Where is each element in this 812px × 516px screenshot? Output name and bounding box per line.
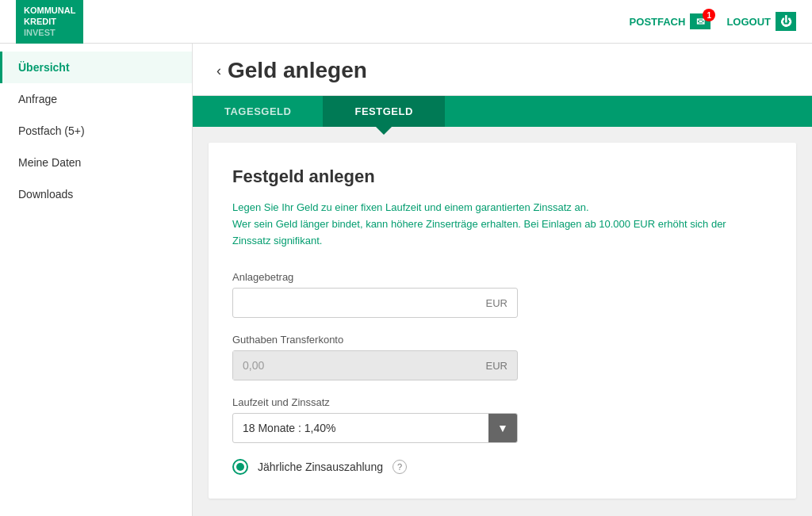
guthaben-input bbox=[233, 351, 477, 380]
logout-icon: ⏻ bbox=[776, 12, 796, 31]
tab-festgeld[interactable]: FESTGELD bbox=[323, 96, 444, 127]
sidebar-item-ubersicht[interactable]: Übersicht bbox=[0, 52, 192, 83]
laufzeit-select[interactable]: 18 Monate : 1,40% 12 Monate : 1,20% 24 M… bbox=[233, 414, 517, 442]
sidebar-item-postfach[interactable]: Postfach (5+) bbox=[0, 115, 192, 147]
layout: Übersicht Anfrage Postfach (5+) Meine Da… bbox=[0, 44, 812, 516]
anlagebetrag-input-wrap: EUR bbox=[232, 288, 518, 318]
sidebar-item-anfrage[interactable]: Anfrage bbox=[0, 83, 192, 115]
anlagebetrag-currency: EUR bbox=[477, 297, 517, 309]
logout-button[interactable]: LOGOUT ⏻ bbox=[726, 12, 796, 31]
radio-label: Jährliche Zinsauszahlung bbox=[258, 461, 383, 473]
laufzeit-group: Laufzeit und Zinssatz 18 Monate : 1,40% … bbox=[232, 396, 518, 443]
top-right-actions: POSTFACH ✉ 1 LOGOUT ⏻ bbox=[630, 12, 796, 31]
content-card: Festgeld anlegen Legen Sie Ihr Geld zu e… bbox=[209, 143, 796, 499]
sidebar-item-downloads[interactable]: Downloads bbox=[0, 178, 192, 210]
card-title: Festgeld anlegen bbox=[232, 166, 772, 187]
anlagebetrag-group: Anlagebetrag EUR bbox=[232, 271, 518, 318]
select-arrow-icon[interactable]: ▼ bbox=[488, 414, 517, 442]
laufzeit-label: Laufzeit und Zinssatz bbox=[232, 396, 518, 408]
page-header: ‹ Geld anlegen bbox=[193, 44, 812, 96]
guthaben-input-wrap: EUR bbox=[232, 350, 518, 380]
laufzeit-select-wrap: 18 Monate : 1,40% 12 Monate : 1,20% 24 M… bbox=[232, 413, 518, 443]
top-bar: KOMMUNAL KREDIT INVEST POSTFACH ✉ 1 LOGO… bbox=[0, 0, 812, 44]
mail-icon-wrap: ✉ 1 bbox=[690, 13, 710, 29]
radio-jahrl-zins[interactable] bbox=[232, 459, 248, 475]
help-icon[interactable]: ? bbox=[393, 460, 407, 474]
radio-group: Jährliche Zinsauszahlung ? bbox=[232, 459, 772, 475]
main-content: ‹ Geld anlegen TAGESGELD FESTGELD Festge… bbox=[193, 44, 812, 516]
sidebar: Übersicht Anfrage Postfach (5+) Meine Da… bbox=[0, 44, 193, 516]
guthaben-currency: EUR bbox=[477, 360, 517, 372]
anlagebetrag-label: Anlagebetrag bbox=[232, 271, 518, 283]
guthaben-group: Guthaben Transferkonto EUR bbox=[232, 334, 518, 380]
anlagebetrag-input[interactable] bbox=[233, 289, 477, 317]
logo: KOMMUNAL KREDIT INVEST bbox=[16, 0, 83, 44]
tab-tagesgeld[interactable]: TAGESGELD bbox=[193, 96, 323, 127]
postfach-button[interactable]: POSTFACH ✉ 1 bbox=[630, 13, 711, 29]
guthaben-label: Guthaben Transferkonto bbox=[232, 334, 518, 346]
mail-badge: 1 bbox=[703, 9, 715, 21]
sidebar-item-meine-daten[interactable]: Meine Daten bbox=[0, 147, 192, 178]
card-description: Legen Sie Ihr Geld zu einer fixen Laufze… bbox=[232, 200, 772, 249]
tabs-bar: TAGESGELD FESTGELD bbox=[193, 96, 812, 127]
page-title: Geld anlegen bbox=[228, 58, 367, 83]
back-button[interactable]: ‹ bbox=[216, 63, 221, 79]
